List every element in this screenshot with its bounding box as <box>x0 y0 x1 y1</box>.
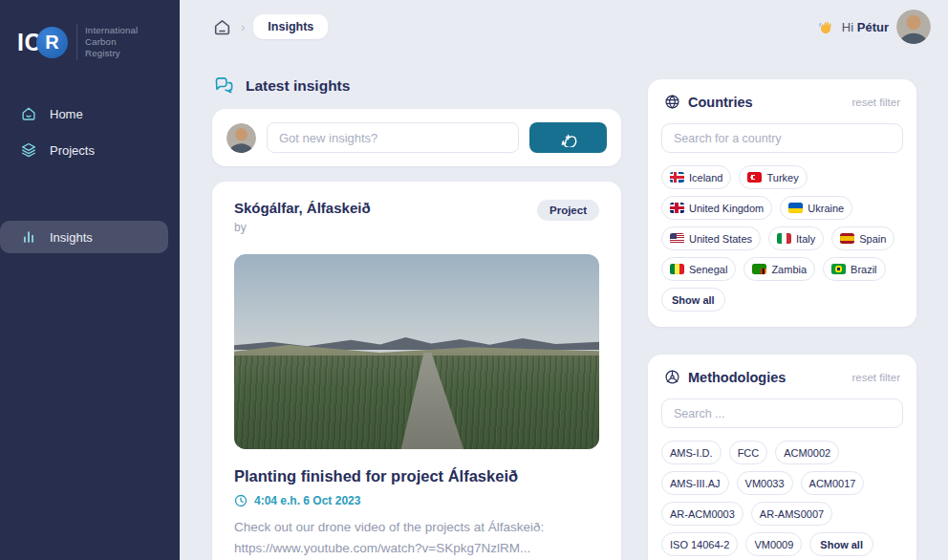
post-byline: by <box>234 221 371 234</box>
greeting-text: Hi Pétur <box>842 20 889 34</box>
country-chips: IcelandTurkeyUnited KingdomUkraineUnited… <box>661 165 903 312</box>
chip-label: Zambia <box>771 264 807 275</box>
chip-label: Show all <box>820 539 863 550</box>
chip-spain[interactable]: Spain <box>831 226 894 250</box>
spain-flag-icon <box>840 233 854 244</box>
brand-divider <box>76 24 77 60</box>
chip-label: Senegal <box>689 264 727 275</box>
breadcrumb-current[interactable]: Insights <box>253 14 328 39</box>
post-timestamp: 4:04 e.h. 6 Oct 2023 <box>254 494 360 507</box>
chip-label: VM0033 <box>745 478 785 489</box>
chip-label: AR-AMS0007 <box>760 508 824 520</box>
show-all-button[interactable]: Show all <box>809 532 873 556</box>
breadcrumb-home-icon[interactable] <box>212 17 232 37</box>
breadcrumb-separator: › <box>241 20 245 34</box>
chip-brazil[interactable]: Brazil <box>823 257 886 281</box>
chip-acm0017[interactable]: ACM0017 <box>801 471 865 495</box>
chip-zambia[interactable]: Zambia <box>743 257 815 281</box>
user-area: Hi Pétur <box>818 10 931 44</box>
post-image-drone-forest[interactable] <box>234 254 599 449</box>
chip-label: United States <box>689 233 752 245</box>
chip-iso-14064-2[interactable]: ISO 14064-2 <box>661 532 738 556</box>
post-title: Planting finished for project Álfaskeið <box>234 467 599 485</box>
chip-label: AR-ACM0003 <box>670 508 735 520</box>
composer-avatar <box>226 123 256 153</box>
chip-label: Show all <box>672 294 715 306</box>
countries-panel-header: Countries reset filter <box>661 94 903 110</box>
post-type-badge: Project <box>537 200 599 221</box>
zambia-flag-icon <box>752 264 766 274</box>
post-header: Skógálfar, Álfaskeið by Project <box>234 200 599 234</box>
sidebar-item-home[interactable]: Home <box>0 97 180 131</box>
methodologies-panel: Methodologies reset filter AMS-I.D.FCCAC… <box>648 355 916 560</box>
chip-label: Brazil <box>851 264 877 275</box>
chat-bubbles-icon <box>214 76 235 95</box>
section-header: Latest insights <box>214 76 621 95</box>
sidebar-item-label: Projects <box>50 143 95 158</box>
turkey-flag-icon <box>747 172 762 183</box>
chip-label: AMS-I.D. <box>670 447 713 459</box>
chip-fcc[interactable]: FCC <box>729 441 768 464</box>
avatar-image <box>226 123 256 153</box>
insight-post-card: Skógálfar, Álfaskeið by Project Planting… <box>212 182 621 560</box>
new-insight-input[interactable] <box>267 122 519 153</box>
chip-vm0009[interactable]: VM0009 <box>745 532 802 556</box>
brand-r-badge: R <box>36 27 68 58</box>
globe-icon <box>664 94 680 110</box>
user-name: Pétur <box>857 20 889 34</box>
methodologies-reset-filter[interactable]: reset filter <box>852 372 901 383</box>
countries-title: Countries <box>688 95 753 110</box>
sidebar-item-projects[interactable]: Projects <box>0 133 180 167</box>
brand-wordmark: International Carbon Registry <box>85 25 138 59</box>
avatar-image <box>896 10 931 44</box>
chip-label: United Kingdom <box>689 203 764 214</box>
chat-plus-icon <box>559 129 577 147</box>
post-insight-button[interactable] <box>529 122 607 153</box>
italy-flag-icon <box>777 233 791 244</box>
sidebar-item-label: Home <box>50 107 83 121</box>
chip-label: AMS-III.AJ <box>670 478 721 489</box>
chip-label: FCC <box>738 447 760 459</box>
user-avatar[interactable] <box>896 10 931 44</box>
iceland-flag-icon <box>670 172 684 183</box>
chip-ar-ams0007[interactable]: AR-AMS0007 <box>751 502 832 526</box>
sidebar-item-insights[interactable]: Insights <box>0 221 168 253</box>
chip-turkey[interactable]: Turkey <box>739 165 807 189</box>
chip-label: ACM0002 <box>784 447 830 459</box>
countries-reset-filter[interactable]: reset filter <box>852 97 901 108</box>
post-body: Check out our drone video of the project… <box>234 517 599 560</box>
methodologies-panel-header: Methodologies reset filter <box>661 369 903 385</box>
chip-ams-iii-aj[interactable]: AMS-III.AJ <box>661 471 729 495</box>
brazil-flag-icon <box>831 264 846 274</box>
country-search-input[interactable] <box>661 123 903 153</box>
filters-column: Countries reset filter IcelandTurkeyUnit… <box>648 79 916 560</box>
chip-label: Ukraine <box>808 203 844 214</box>
clock-icon <box>234 494 248 507</box>
chip-senegal[interactable]: Senegal <box>661 257 736 281</box>
icr-logo: IC R International Carbon Registry <box>0 0 180 60</box>
sidebar-nav: Home Projects Insights <box>0 97 180 253</box>
sidebar-item-label: Insights <box>50 230 93 245</box>
chip-iceland[interactable]: Iceland <box>661 165 731 189</box>
methodology-search-input[interactable] <box>661 398 903 428</box>
chip-italy[interactable]: Italy <box>768 226 824 250</box>
chip-acm0002[interactable]: ACM0002 <box>775 441 839 464</box>
show-all-button[interactable]: Show all <box>661 288 725 312</box>
post-body-link[interactable]: https://www.youtube.com/watch?v=SKpkg7Nz… <box>234 538 599 559</box>
chip-united-states[interactable]: United States <box>661 226 761 250</box>
chip-vm0033[interactable]: VM0033 <box>737 471 793 495</box>
chip-label: ACM0017 <box>809 478 856 489</box>
chip-ukraine[interactable]: Ukraine <box>780 196 852 220</box>
post-body-line: Check out our drone video of the project… <box>234 517 599 538</box>
us-flag-icon <box>670 233 684 244</box>
chip-label: Spain <box>859 233 886 245</box>
layers-icon <box>20 141 37 159</box>
chip-label: Italy <box>796 233 815 245</box>
ukraine-flag-icon <box>788 203 803 213</box>
chip-ams-i-d[interactable]: AMS-I.D. <box>661 441 722 464</box>
chip-label: VM0009 <box>754 539 793 550</box>
chip-united-kingdom[interactable]: United Kingdom <box>661 196 772 220</box>
chip-ar-acm0003[interactable]: AR-ACM0003 <box>661 502 743 526</box>
insights-feed: Latest insights Skógálfar, Álfaskei <box>212 73 621 560</box>
insight-composer <box>212 109 621 166</box>
